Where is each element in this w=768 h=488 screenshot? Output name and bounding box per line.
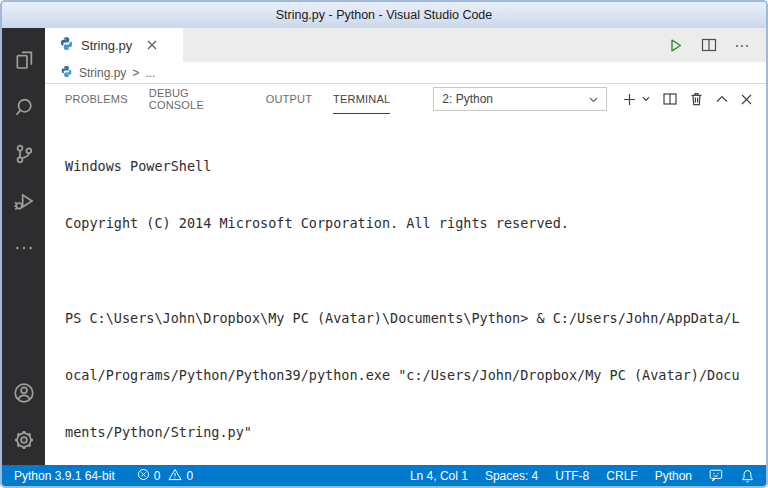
breadcrumb-symbols[interactable]: ... bbox=[145, 66, 155, 80]
split-editor-icon[interactable] bbox=[701, 38, 717, 52]
accounts-button[interactable] bbox=[2, 371, 45, 418]
run-and-debug-icon bbox=[12, 189, 36, 217]
python-file-icon bbox=[60, 65, 73, 81]
window-title: String.py - Python - Visual Studio Code bbox=[276, 8, 493, 22]
feedback-icon[interactable] bbox=[709, 469, 724, 482]
status-bar: Python 3.9.1 64-bit 0 0 Ln 4, Col 1 Spac… bbox=[2, 465, 766, 486]
breadcrumb-file[interactable]: String.py bbox=[79, 66, 126, 80]
search-icon bbox=[12, 95, 36, 123]
tab-close-icon[interactable] bbox=[147, 40, 157, 50]
language-mode-status[interactable]: Python bbox=[655, 469, 692, 483]
breadcrumb: String.py > ... bbox=[45, 62, 766, 83]
chevron-down-icon bbox=[589, 92, 598, 106]
tab-label: String.py bbox=[81, 38, 132, 53]
run-and-debug-button[interactable] bbox=[2, 179, 45, 226]
tab-output[interactable]: OUTPUT bbox=[266, 84, 312, 114]
python-file-icon bbox=[59, 36, 74, 54]
tab-terminal[interactable]: TERMINAL bbox=[333, 84, 390, 114]
run-python-file-button[interactable] bbox=[667, 37, 684, 54]
explorer-button[interactable] bbox=[2, 38, 45, 85]
search-button[interactable] bbox=[2, 85, 45, 132]
ellipsis-icon bbox=[12, 236, 36, 264]
vscode-window: String.py - Python - Visual Studio Code bbox=[0, 0, 768, 488]
terminal-picker-value: 2: Python bbox=[442, 92, 493, 106]
terminal-output[interactable]: Windows PowerShell Copyright (C) 2014 Mi… bbox=[45, 114, 766, 488]
cursor-position-status[interactable]: Ln 4, Col 1 bbox=[410, 469, 468, 483]
new-terminal-dropdown-icon[interactable] bbox=[642, 96, 650, 102]
python-interpreter-status[interactable]: Python 3.9.1 64-bit bbox=[14, 469, 115, 483]
panel-header: PROBLEMS DEBUG CONSOLE OUTPUT TERMINAL 2… bbox=[45, 84, 766, 114]
maximize-panel-chevron-up-icon[interactable] bbox=[716, 95, 728, 103]
title-bar: String.py - Python - Visual Studio Code bbox=[2, 2, 766, 28]
bottom-panel: PROBLEMS DEBUG CONSOLE OUTPUT TERMINAL 2… bbox=[45, 83, 766, 488]
terminal-picker-dropdown[interactable]: 2: Python bbox=[433, 87, 607, 111]
more-actions-icon[interactable] bbox=[734, 38, 750, 52]
terminal-line: Windows PowerShell bbox=[65, 157, 766, 176]
terminal-line: ments/Python/String.py" bbox=[65, 423, 766, 442]
eol-status[interactable]: CRLF bbox=[606, 469, 637, 483]
tab-string-py[interactable]: String.py bbox=[45, 28, 183, 62]
editor-tab-bar: String.py bbox=[45, 28, 766, 62]
errors-status[interactable]: 0 bbox=[137, 468, 161, 484]
gear-icon bbox=[12, 428, 36, 456]
source-control-icon bbox=[12, 142, 36, 170]
split-terminal-icon[interactable] bbox=[663, 93, 677, 105]
explorer-icon bbox=[12, 48, 36, 76]
activity-bar bbox=[2, 28, 45, 465]
kill-terminal-trash-icon[interactable] bbox=[690, 92, 703, 106]
notifications-bell-icon[interactable] bbox=[741, 469, 754, 483]
more-views-button[interactable] bbox=[2, 226, 45, 273]
terminal-line: ocal/Programs/Python/Python39/python.exe… bbox=[65, 366, 766, 385]
error-icon bbox=[137, 468, 150, 484]
account-icon bbox=[12, 381, 36, 409]
warnings-status[interactable]: 0 bbox=[168, 468, 193, 484]
source-control-button[interactable] bbox=[2, 132, 45, 179]
breadcrumb-separator: > bbox=[132, 66, 139, 80]
terminal-line: Copyright (C) 2014 Microsoft Corporation… bbox=[65, 214, 766, 233]
settings-button[interactable] bbox=[2, 418, 45, 465]
indentation-status[interactable]: Spaces: 4 bbox=[485, 469, 538, 483]
close-panel-icon[interactable] bbox=[741, 94, 752, 105]
new-terminal-icon[interactable] bbox=[623, 93, 636, 106]
encoding-status[interactable]: UTF-8 bbox=[555, 469, 589, 483]
tab-problems[interactable]: PROBLEMS bbox=[65, 84, 128, 114]
tab-debug-console[interactable]: DEBUG CONSOLE bbox=[149, 84, 245, 114]
warning-icon bbox=[168, 468, 182, 484]
terminal-line: PS C:\Users\John\Dropbox\My PC (Avatar)\… bbox=[65, 309, 766, 328]
